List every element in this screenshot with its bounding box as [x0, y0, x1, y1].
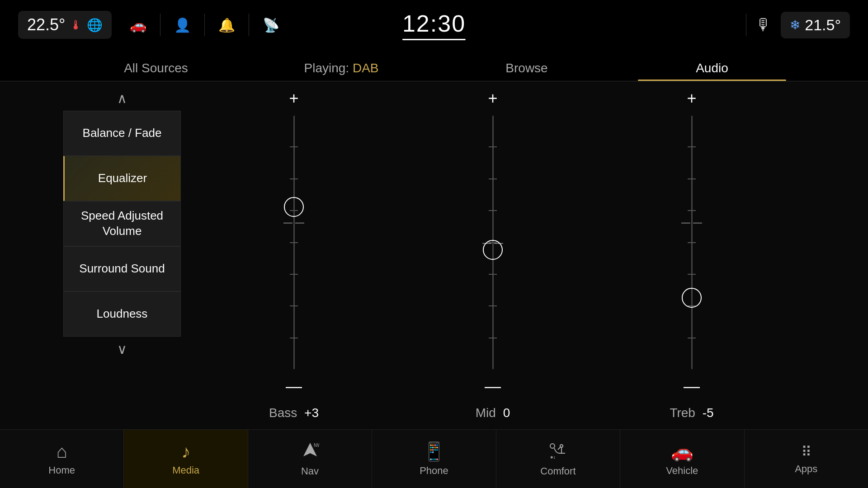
- divider: [160, 14, 160, 36]
- nav-comfort[interactable]: ✱1 Comfort: [496, 430, 620, 488]
- tick: [290, 146, 298, 147]
- tab-playing[interactable]: Playing: DAB: [249, 61, 434, 81]
- tick: [688, 178, 696, 179]
- tick: [489, 274, 497, 275]
- mid-minus-button[interactable]: —: [480, 374, 505, 399]
- tab-audio[interactable]: Audio: [619, 61, 805, 81]
- vehicle-icon: 🚗: [671, 441, 693, 462]
- treb-center-marks: — —: [676, 217, 708, 227]
- mid-plus-button[interactable]: +: [483, 86, 502, 111]
- nav-icon: NW: [301, 441, 319, 463]
- ac-icon: 🌡: [70, 18, 82, 33]
- tick: [489, 305, 497, 306]
- bass-track-bar: — —: [293, 116, 295, 369]
- car-icon: 🚗: [130, 17, 146, 33]
- divider4: [746, 14, 746, 36]
- nav-tabs: All Sources Playing: DAB Browse Audio: [0, 50, 868, 81]
- bass-plus-button[interactable]: +: [284, 86, 303, 111]
- divider2: [204, 14, 205, 36]
- svg-text:✱1: ✱1: [550, 455, 556, 459]
- sidebar-item-equalizer[interactable]: Equalizer: [63, 156, 181, 201]
- tick: [290, 338, 298, 338]
- bass-minus-button[interactable]: —: [281, 374, 307, 399]
- treb-slider-col: +: [592, 86, 791, 399]
- apps-icon: ⠿: [801, 443, 811, 460]
- svg-point-3: [560, 445, 563, 447]
- sidebar-scroll-down[interactable]: ∨: [63, 337, 181, 361]
- tick: [489, 178, 497, 179]
- climate-mode-icon: 🌐: [87, 18, 103, 33]
- nav-vehicle[interactable]: 🚗 Vehicle: [620, 430, 744, 488]
- status-right: 🎙 ❄ 21.5°: [746, 12, 850, 38]
- treb-handle[interactable]: [682, 288, 702, 308]
- gps-icon: 📡: [263, 17, 279, 33]
- home-icon: ⌂: [57, 441, 67, 462]
- mid-label: Mid 0: [393, 406, 592, 420]
- tick: [290, 178, 298, 179]
- mid-handle[interactable]: [483, 240, 503, 260]
- sidebar-item-speed-adjusted-volume[interactable]: Speed Adjusted Volume: [63, 201, 181, 246]
- tick: [688, 242, 696, 243]
- treb-minus-button[interactable]: —: [679, 374, 704, 399]
- tick: [290, 305, 298, 306]
- sidebar-item-loudness[interactable]: Loudness: [63, 291, 181, 337]
- nav-phone[interactable]: 📱 Phone: [372, 430, 496, 488]
- profile-icon: 👤: [174, 17, 191, 33]
- phone-icon: 📱: [423, 441, 445, 462]
- svg-text:NW: NW: [314, 443, 319, 448]
- tick: [688, 338, 696, 338]
- sidebar-item-balance-fade[interactable]: Balance / Fade: [63, 111, 181, 156]
- treb-plus-button[interactable]: +: [682, 86, 701, 111]
- time-display: 12:30: [402, 10, 466, 40]
- time-underline: [402, 39, 466, 40]
- left-climate[interactable]: 22.5° 🌡 🌐: [18, 11, 112, 39]
- nav-nav[interactable]: NW Nav: [248, 430, 372, 488]
- tick: [489, 146, 497, 147]
- comfort-icon: ✱1: [548, 441, 568, 463]
- tick: [688, 210, 696, 211]
- nav-media[interactable]: ♪ Media: [124, 430, 248, 488]
- sidebar-item-surround-sound[interactable]: Surround Sound: [63, 246, 181, 291]
- treb-track[interactable]: — —: [592, 116, 791, 369]
- treb-label: Treb -5: [592, 406, 791, 420]
- tab-browse[interactable]: Browse: [434, 61, 619, 81]
- treb-track-bar: — —: [691, 116, 693, 369]
- bass-center-marks: — —: [278, 217, 310, 227]
- mid-slider-col: +: [393, 86, 592, 399]
- tick: [688, 274, 696, 275]
- nav-apps[interactable]: ⠿ Apps: [745, 430, 868, 488]
- bell-icon: 🔔: [218, 17, 235, 33]
- tick: [489, 210, 497, 211]
- eq-sliders: +: [194, 86, 791, 399]
- right-temp: 21.5°: [805, 16, 841, 34]
- sidebar: ∧ Balance / Fade Equalizer Speed Adjuste…: [63, 81, 181, 429]
- right-climate[interactable]: ❄ 21.5°: [781, 12, 850, 38]
- mid-track-bar: — —: [492, 116, 494, 369]
- svg-point-2: [550, 444, 555, 448]
- bottom-nav: ⌂ Home ♪ Media NW Nav 📱 Phone: [0, 429, 868, 488]
- tick: [688, 146, 696, 147]
- tick: [290, 242, 298, 243]
- equalizer-area: +: [181, 81, 805, 429]
- tick: [290, 274, 298, 275]
- bass-track[interactable]: — —: [194, 116, 393, 369]
- divider3: [249, 14, 249, 36]
- main-content: ∧ Balance / Fade Equalizer Speed Adjuste…: [0, 81, 868, 429]
- sidebar-scroll-up[interactable]: ∧: [63, 86, 181, 111]
- left-temp: 22.5°: [27, 15, 65, 34]
- clock: 12:30: [402, 10, 466, 37]
- eq-labels: Bass +3 Mid 0 Treb -5: [194, 401, 791, 425]
- status-bar: 22.5° 🌡 🌐 🚗 👤 🔔 📡 12:30 🎙 ❄ 21.5°: [0, 0, 868, 50]
- bass-ticks: [290, 116, 298, 369]
- right-ac-icon: ❄: [790, 18, 800, 33]
- bass-slider-col: +: [194, 86, 393, 399]
- nav-home[interactable]: ⌂ Home: [0, 430, 124, 488]
- bass-handle[interactable]: [284, 197, 304, 217]
- media-icon: ♪: [181, 441, 190, 462]
- bass-label: Bass +3: [194, 406, 393, 420]
- tab-all-sources[interactable]: All Sources: [63, 61, 249, 81]
- mic-icon[interactable]: 🎙: [755, 15, 772, 34]
- treb-ticks: [688, 116, 696, 369]
- tick: [489, 338, 497, 338]
- mid-track[interactable]: — —: [393, 116, 592, 369]
